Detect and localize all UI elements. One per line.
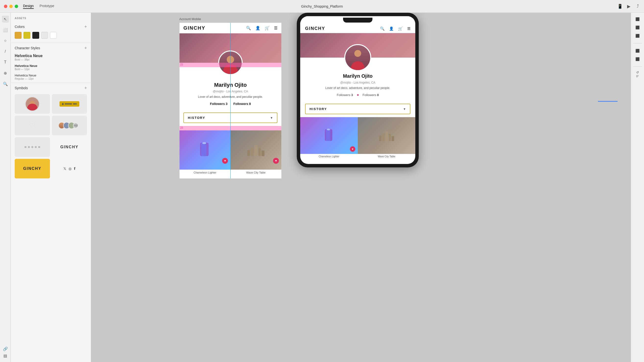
symbol-ginchy-yellow[interactable]: GINCHY: [15, 159, 50, 178]
phone-history-arrow: ▼: [403, 107, 406, 111]
design-profile-bg: [180, 33, 281, 63]
design-profile-info: Marilyn Ojito @mojito - Los Angeles, CA …: [180, 82, 281, 110]
symbols-section-header[interactable]: Symbols +: [11, 84, 91, 92]
phone-product-city[interactable]: Wave City Table: [358, 117, 415, 159]
phone-profile-section: Marilyn Ojito @mojito - Los Angeles, CA …: [300, 33, 415, 101]
distribute-v-icon[interactable]: ⬛: [634, 56, 641, 63]
char-style-name-regular-12: Helvetica Neue: [15, 74, 87, 77]
share-icon[interactable]: ⤴: [635, 4, 640, 9]
tab-prototype[interactable]: Prototype: [40, 4, 54, 9]
char-style-meta-bold-38: Bold — 38pt: [15, 58, 87, 61]
design-city-heart[interactable]: ♥: [273, 158, 279, 164]
symbol-dots[interactable]: [15, 137, 50, 157]
phone-product-lighter[interactable]: ♥ Chameleon Lighter: [300, 117, 358, 159]
symbol-ginchy-logo-dark[interactable]: GINCHY: [52, 137, 87, 157]
color-swatch-black[interactable]: [32, 32, 39, 39]
device-icon[interactable]: 📱: [618, 4, 622, 9]
phone-city-name: Wave City Table: [358, 154, 415, 159]
symbol-badge[interactable]: [52, 94, 87, 114]
align-right-icon[interactable]: ⬛: [634, 32, 641, 39]
char-style-regular-12[interactable]: Helvetica Neue Regular — 12pt: [11, 72, 91, 82]
align-left-icon[interactable]: ⬛: [634, 16, 641, 23]
tools-panel: ↖ ⬜ ○ / T ⊕ 🔍 🔗 ▤: [0, 13, 11, 362]
right-panel: ⬛ ⬛ ⬛ ⬛ ⬛ ↺ 0°: [631, 13, 644, 362]
symbol-social-icons[interactable]: 𝕏 ◎ 𝗳: [52, 159, 87, 178]
colors-section-header[interactable]: Colors +: [11, 23, 91, 31]
phone-stat-dot: [357, 94, 359, 96]
phone-avatar-wrapper: [344, 44, 371, 71]
color-swatch-yellow[interactable]: [24, 32, 30, 39]
symbol-avatar[interactable]: [15, 94, 50, 114]
phone-inner: GINCHY 🔍 👤 🛒 ☰: [300, 16, 415, 164]
design-followers-2: Followers 8: [233, 102, 251, 106]
align-center-h-icon[interactable]: ⬛: [634, 24, 641, 31]
layers-tool[interactable]: ▤: [2, 352, 9, 359]
phone-notch-area: [300, 16, 415, 24]
frame-tool[interactable]: ⬜: [2, 27, 9, 33]
design-city-image: [230, 130, 281, 170]
maximize-button[interactable]: [15, 5, 18, 8]
rotation-value: 0°: [636, 75, 639, 78]
char-style-bold-12[interactable]: Helvetica Neue Bold — 12pt: [11, 63, 91, 72]
distribute-h-icon[interactable]: ⬛: [634, 47, 641, 54]
oval-tool[interactable]: ○: [2, 37, 9, 44]
phone-menu-icon[interactable]: ☰: [407, 27, 410, 31]
color-swatch-white[interactable]: [50, 32, 57, 39]
phone-lighter-heart[interactable]: ♥: [350, 146, 355, 152]
main-content: ↖ ⬜ ○ / T ⊕ 🔍 🔗 ▤ ASSETS Colors + Charac…: [0, 13, 644, 362]
char-style-bold-38[interactable]: Helvetica Neue Bold — 38pt: [11, 52, 91, 63]
close-button[interactable]: [4, 5, 7, 8]
symbols-title: Symbols: [15, 86, 28, 90]
ginchy-logo-label: GINCHY: [60, 145, 78, 149]
color-swatch-gold[interactable]: [15, 32, 22, 39]
design-profile-name: Marilyn Ojito: [184, 82, 278, 88]
heart-icon: ♡: [29, 122, 35, 130]
symbol-faces[interactable]: +12: [52, 116, 87, 135]
symbols-grid: ♡ +12: [11, 92, 91, 180]
link-tool[interactable]: 🔗: [2, 345, 9, 352]
titlebar-right-icons: 📱 ▶ ⤴: [618, 4, 640, 9]
search-icon[interactable]: 🔍: [246, 26, 251, 30]
menu-icon[interactable]: ☰: [274, 26, 278, 30]
color-swatch-lightgray[interactable]: [41, 32, 48, 39]
design-product-lighter[interactable]: ♥ Chameleon Lighter: [180, 130, 230, 175]
phone-cart-icon[interactable]: 🛒: [398, 27, 403, 31]
design-profile-handle: @mojito - Los Angeles, CA: [184, 90, 278, 93]
titlebar-tabs: Design Prototype: [23, 4, 54, 9]
add-color-button[interactable]: +: [84, 25, 87, 29]
character-styles-section-header[interactable]: Character Styles +: [11, 44, 91, 52]
char-style-name-bold-38: Helvetica Neue: [15, 54, 87, 58]
char-style-meta-bold-12: Bold — 12pt: [15, 68, 87, 71]
svg-point-2: [202, 142, 206, 144]
add-style-button[interactable]: +: [84, 46, 87, 50]
design-lighter-heart[interactable]: ♥: [222, 158, 228, 164]
text-tool[interactable]: T: [2, 59, 9, 66]
search-tool[interactable]: 🔍: [2, 80, 9, 87]
design-frame[interactable]: GINCHY 🔍 👤 🛒 ☰: [179, 23, 282, 179]
minimize-button[interactable]: [9, 5, 13, 8]
play-icon[interactable]: ▶: [626, 4, 631, 9]
component-tool[interactable]: ⊕: [2, 70, 9, 77]
cart-icon[interactable]: 🛒: [265, 26, 270, 30]
design-header-icons: 🔍 👤 🛒 ☰: [246, 26, 278, 30]
design-product-city[interactable]: ♥ Wave City Table: [230, 130, 281, 175]
select-tool[interactable]: ↖: [2, 16, 9, 23]
design-lighter-name: Chameleon Lighter: [180, 170, 230, 175]
color-swatches: [11, 31, 91, 42]
line-tool[interactable]: /: [2, 48, 9, 55]
char-style-meta-regular-12: Regular — 12pt: [15, 77, 87, 80]
account-icon[interactable]: 👤: [256, 26, 260, 30]
phone-profile-bio: Lover of art deco, adventure, and peculi…: [305, 86, 410, 90]
tab-design[interactable]: Design: [23, 4, 34, 9]
svg-rect-6: [258, 148, 261, 156]
add-symbol-button[interactable]: +: [84, 86, 87, 90]
character-styles-title: Character Styles: [15, 46, 40, 50]
design-history-dropdown[interactable]: HISTORY ▼: [184, 113, 278, 123]
phone-search-icon[interactable]: 🔍: [380, 27, 385, 31]
svg-rect-9: [326, 129, 330, 141]
phone-account-icon[interactable]: 👤: [389, 27, 394, 31]
symbol-heart[interactable]: ♡: [15, 116, 50, 135]
phone-profile-info: Marilyn Ojito @mojito - Los Angeles, CA …: [300, 73, 415, 101]
phone-profile-stats: Followers 3 Followers 8: [305, 93, 410, 97]
phone-history-dropdown[interactable]: HISTORY ▼: [305, 104, 410, 114]
